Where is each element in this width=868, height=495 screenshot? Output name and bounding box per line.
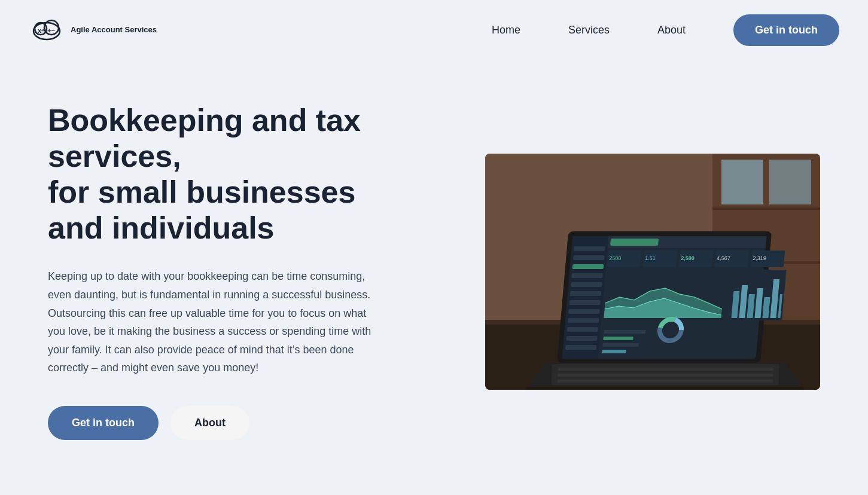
nav-link-about[interactable]: About <box>657 24 686 36</box>
svg-rect-26 <box>568 318 599 323</box>
svg-rect-27 <box>567 327 598 332</box>
hero-description: Keeping up to date with your bookkeeping… <box>48 267 383 377</box>
svg-rect-22 <box>571 282 602 287</box>
nav-links: Home Services About Get in touch <box>492 14 839 46</box>
svg-rect-59 <box>602 350 626 353</box>
svg-rect-19 <box>573 255 605 260</box>
svg-rect-10 <box>721 160 763 204</box>
hero-laptop-illustration: 2500 1.51 2,500 4,567 2,319 <box>485 154 820 390</box>
svg-rect-21 <box>571 273 603 278</box>
nav-link-services[interactable]: Services <box>568 24 610 36</box>
svg-rect-24 <box>569 300 601 305</box>
hero-buttons: Get in touch About <box>48 406 395 440</box>
svg-rect-18 <box>574 246 605 251</box>
svg-text:2,319: 2,319 <box>753 255 766 261</box>
logo-icon: x÷ +− <box>29 12 65 48</box>
svg-text:+−: +− <box>47 27 55 34</box>
svg-rect-11 <box>769 160 811 204</box>
svg-rect-23 <box>570 291 602 296</box>
hero-image: 2500 1.51 2,500 4,567 2,319 <box>485 154 820 390</box>
nav-link-home[interactable]: Home <box>492 24 520 36</box>
hero-about-button[interactable]: About <box>170 406 249 440</box>
svg-rect-25 <box>568 309 600 314</box>
svg-rect-62 <box>558 374 773 377</box>
hero-content: Bookkeeping and tax services,for small b… <box>48 103 395 440</box>
svg-rect-58 <box>602 343 639 347</box>
svg-rect-61 <box>558 368 773 371</box>
hero-get-in-touch-button[interactable]: Get in touch <box>48 406 159 440</box>
svg-rect-8 <box>712 207 820 210</box>
svg-text:x÷: x÷ <box>38 27 45 34</box>
svg-rect-56 <box>604 330 646 334</box>
svg-text:1.51: 1.51 <box>645 255 656 261</box>
nav-cta-button[interactable]: Get in touch <box>733 14 839 46</box>
svg-rect-20 <box>572 264 604 269</box>
svg-rect-63 <box>558 380 773 383</box>
svg-rect-29 <box>565 345 597 350</box>
svg-rect-57 <box>603 337 634 340</box>
svg-rect-28 <box>566 336 598 341</box>
navbar: x÷ +− Agile Account Services Home Servic… <box>0 0 868 60</box>
svg-text:2500: 2500 <box>609 255 622 261</box>
hero-section: Bookkeeping and tax services,for small b… <box>0 60 868 495</box>
brand-name: Agile Account Services <box>71 25 157 35</box>
svg-text:2,500: 2,500 <box>681 255 695 261</box>
hero-title: Bookkeeping and tax services,for small b… <box>48 103 395 246</box>
logo[interactable]: x÷ +− Agile Account Services <box>29 12 157 48</box>
svg-text:4,567: 4,567 <box>717 255 730 261</box>
svg-rect-31 <box>610 239 659 246</box>
